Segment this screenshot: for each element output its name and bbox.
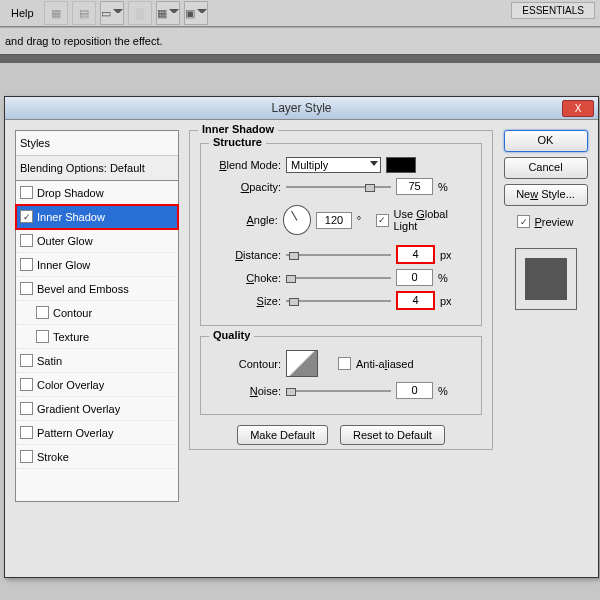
opacity-label: Opacity:	[211, 181, 281, 193]
global-light-checkbox[interactable]: ✓	[376, 214, 388, 227]
size-slider[interactable]	[286, 295, 391, 307]
size-input[interactable]: 4	[396, 291, 435, 310]
tool-dropdown[interactable]: ▭	[100, 1, 124, 25]
close-icon[interactable]: X	[562, 100, 594, 117]
chevron-down-icon	[370, 161, 378, 166]
style-bevel[interactable]: Bevel and Emboss	[16, 277, 178, 301]
settings-panel: Inner Shadow Structure Blend Mode: Multi…	[189, 130, 493, 568]
style-texture[interactable]: Texture	[16, 325, 178, 349]
checkbox-icon[interactable]	[36, 306, 49, 319]
size-label: Size:	[211, 295, 281, 307]
contour-picker[interactable]	[286, 350, 318, 377]
checkbox-icon[interactable]	[20, 378, 33, 391]
structure-legend: Structure	[209, 136, 266, 148]
checkbox-icon[interactable]	[20, 402, 33, 415]
checkbox-icon[interactable]	[20, 186, 33, 199]
dialog-title: Layer Style	[271, 101, 331, 115]
styles-header[interactable]: Styles	[16, 131, 178, 156]
checkbox-icon[interactable]	[20, 234, 33, 247]
angle-dial[interactable]	[283, 205, 312, 235]
tool-icon: ░	[128, 1, 152, 25]
panel-title: Inner Shadow	[198, 123, 278, 135]
opacity-input[interactable]: 75	[396, 178, 433, 195]
angle-input[interactable]: 120	[316, 212, 351, 229]
preview-checkbox[interactable]: ✓	[517, 215, 530, 228]
make-default-button[interactable]: Make Default	[237, 425, 328, 445]
reset-default-button[interactable]: Reset to Default	[340, 425, 445, 445]
choke-slider[interactable]	[286, 272, 391, 284]
dialog-titlebar: Layer Style X	[5, 97, 598, 120]
tool-icon: ▦	[44, 1, 68, 25]
choke-label: Choke:	[211, 272, 281, 284]
style-stroke[interactable]: Stroke	[16, 445, 178, 469]
checkbox-icon[interactable]: ✓	[20, 210, 33, 223]
noise-label: Noise:	[211, 385, 281, 397]
preview-label: Preview	[534, 216, 573, 228]
style-outer-glow[interactable]: Outer Glow	[16, 229, 178, 253]
color-swatch[interactable]	[386, 157, 416, 173]
style-color-overlay[interactable]: Color Overlay	[16, 373, 178, 397]
preview-swatch	[515, 248, 577, 310]
distance-input[interactable]: 4	[396, 245, 435, 264]
style-inner-glow[interactable]: Inner Glow	[16, 253, 178, 277]
style-gradient-overlay[interactable]: Gradient Overlay	[16, 397, 178, 421]
style-contour[interactable]: Contour	[16, 301, 178, 325]
style-inner-shadow[interactable]: ✓Inner Shadow	[16, 205, 178, 229]
blending-options[interactable]: Blending Options: Default	[16, 156, 178, 181]
global-light-label: Use Global Light	[394, 208, 472, 232]
tool-dropdown[interactable]: ▣	[184, 1, 208, 25]
distance-slider[interactable]	[286, 249, 391, 261]
style-pattern-overlay[interactable]: Pattern Overlay	[16, 421, 178, 445]
checkbox-icon[interactable]	[20, 426, 33, 439]
checkbox-icon[interactable]	[20, 354, 33, 367]
antialiased-label: Anti-aliased	[356, 358, 414, 370]
help-menu[interactable]: Help	[5, 5, 40, 21]
checkbox-icon[interactable]	[36, 330, 49, 343]
contour-label: Contour:	[211, 358, 281, 370]
blend-mode-dropdown[interactable]: Multiply	[286, 157, 381, 173]
ok-button[interactable]: OK	[504, 130, 588, 152]
opacity-slider[interactable]	[286, 181, 391, 193]
noise-input[interactable]: 0	[396, 382, 433, 399]
noise-slider[interactable]	[286, 385, 391, 397]
angle-label: Angle:	[211, 214, 278, 226]
tool-icon: ▤	[72, 1, 96, 25]
dialog-buttons: OK Cancel New Style... ✓Preview	[503, 130, 588, 568]
app-toolbar: Help ▦ ▤ ▭ ░ ▦ ▣ ESSENTIALS	[0, 0, 600, 27]
style-drop-shadow[interactable]: Drop Shadow	[16, 181, 178, 205]
tool-dropdown[interactable]: ▦	[156, 1, 180, 25]
blend-mode-label: Blend Mode:	[211, 159, 281, 171]
antialiased-checkbox[interactable]	[338, 357, 351, 370]
distance-label: Distance:	[211, 249, 281, 261]
choke-input[interactable]: 0	[396, 269, 433, 286]
layer-style-dialog: Layer Style X Styles Blending Options: D…	[4, 96, 599, 578]
style-satin[interactable]: Satin	[16, 349, 178, 373]
quality-legend: Quality	[209, 329, 254, 341]
styles-list: Styles Blending Options: Default Drop Sh…	[15, 130, 179, 502]
checkbox-icon[interactable]	[20, 258, 33, 271]
cancel-button[interactable]: Cancel	[504, 157, 588, 179]
checkbox-icon[interactable]	[20, 282, 33, 295]
workspace-essentials[interactable]: ESSENTIALS	[511, 2, 595, 19]
checkbox-icon[interactable]	[20, 450, 33, 463]
new-style-button[interactable]: New Style...	[504, 184, 588, 206]
info-bar: and drag to reposition the effect.	[0, 27, 600, 55]
